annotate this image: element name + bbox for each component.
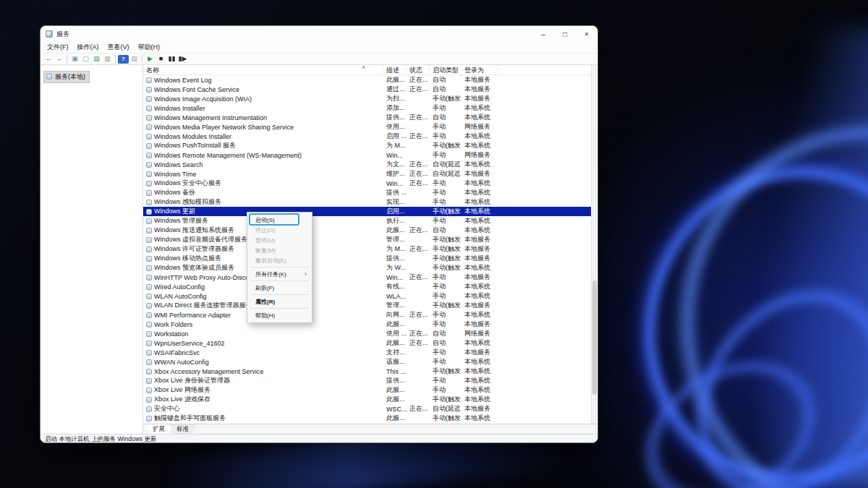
service-row[interactable]: Xbox Accessory Management ServiceThis ..…: [143, 367, 591, 376]
document-icon[interactable]: ▢: [80, 54, 91, 64]
context-menu-separator: [250, 308, 309, 309]
toolbar: ←→▣▢▤▥?▤▶■▮▮▮▶: [41, 53, 597, 65]
service-row[interactable]: Windows 管理服务执行...手动本地系统: [143, 216, 591, 226]
context-menu: 启动(S)停止(O)暂停(U)恢复(M)重新启动(E)所有任务(K)›刷新(F)…: [247, 212, 312, 323]
service-row[interactable]: Windows 感知模拟服务实现...手动本地系统: [143, 197, 591, 207]
service-row[interactable]: Windows Installer添加...手动本地系统: [143, 103, 591, 113]
wallpaper-bloom-ring: [605, 198, 868, 488]
service-row[interactable]: Windows Image Acquisition (WIA)为扫...手动(触…: [143, 94, 591, 103]
service-row[interactable]: Windows Search为文...正在...自动(延迟...本地系统: [143, 160, 591, 169]
service-row[interactable]: WinHTTP Web Proxy Auto-Discovery Service…: [143, 273, 591, 282]
column-header-3[interactable]: 启动类型: [430, 65, 461, 74]
service-row[interactable]: WSAIFabricSvc支持...手动本地服务: [143, 348, 591, 357]
menu-help[interactable]: 帮助(H): [134, 43, 165, 52]
column-header-row: ∧ 名称描述状态启动类型登录为: [143, 65, 597, 75]
service-desc-cell: 向网...: [383, 310, 407, 320]
service-row[interactable]: Windows PushToInstall 服务为 M...手动(触发...本地…: [143, 141, 591, 150]
service-row[interactable]: Windows Modules Installer启用 ...正在...手动本地…: [143, 132, 591, 141]
tree-item-services-local[interactable]: 服务(本地): [43, 71, 90, 83]
export-icon[interactable]: ▤: [91, 54, 102, 64]
export-list-icon[interactable]: ▥: [102, 54, 113, 64]
pause-service-icon[interactable]: ▮▮: [166, 54, 177, 64]
service-row[interactable]: Windows 更新启用...手动(触发...本地系统: [143, 207, 591, 216]
service-row[interactable]: Xbox Live 游戏保存此服...手动(触发...本地系统: [143, 395, 591, 404]
service-gear-icon: [146, 228, 152, 234]
service-gear-icon: [146, 331, 152, 337]
service-row[interactable]: Windows 安全中心服务Win...正在...手动本地系统: [143, 179, 591, 188]
show-console-tree-icon[interactable]: ▣: [69, 54, 80, 64]
vertical-scrollbar[interactable]: [591, 65, 597, 424]
wallpaper-edge-light: [767, 29, 868, 488]
back-icon[interactable]: ←: [43, 54, 54, 64]
service-startup-cell: 自动: [430, 226, 461, 235]
context-menu-item-start[interactable]: 启动(S): [247, 215, 312, 225]
close-button[interactable]: ×: [576, 26, 597, 42]
service-row[interactable]: WLAN Direct 服务连接管理器服务管理...手动(触发...本地服务: [143, 301, 591, 310]
stop-service-icon[interactable]: ■: [156, 54, 166, 64]
service-logon-cell: 本地系统: [461, 160, 498, 169]
column-header-0[interactable]: 名称: [143, 65, 383, 74]
minimize-button[interactable]: –: [532, 26, 554, 42]
service-name-cell: Windows Media Player Network Sharing Ser…: [143, 124, 383, 131]
service-startup-cell: 手动: [430, 348, 461, 357]
service-row[interactable]: Windows 虚拟音频设备代理服务管理...手动(触发...本地服务: [143, 235, 591, 244]
service-name-cell: Windows Management Instrumentation: [143, 114, 383, 121]
context-menu-item-properties[interactable]: 属性(R): [247, 296, 312, 307]
service-logon-cell: 本地系统: [461, 376, 498, 385]
service-row[interactable]: Xbox Live 身份验证管理器提供...手动本地系统: [143, 376, 591, 385]
service-row[interactable]: Windows Remote Management (WS-Management…: [143, 150, 591, 160]
service-logon-cell: 本地系统: [461, 141, 498, 150]
help-icon[interactable]: ?: [118, 55, 129, 64]
service-row[interactable]: Windows 预览体验成员服务为 W...手动(触发...本地系统: [143, 263, 591, 273]
service-gear-icon: [146, 106, 152, 111]
scrollbar-thumb[interactable]: [592, 281, 597, 395]
column-header-1[interactable]: 描述: [383, 65, 407, 74]
tab-standard[interactable]: 标准: [169, 424, 196, 434]
context-menu-item-all-tasks[interactable]: 所有任务(K)›: [247, 269, 312, 279]
service-row[interactable]: Workstation使用 ...正在...自动网络服务: [143, 329, 591, 338]
forward-icon[interactable]: →: [54, 54, 64, 64]
menu-file[interactable]: 文件(F): [43, 43, 73, 52]
context-menu-item-help[interactable]: 帮助(H): [247, 310, 312, 320]
service-row[interactable]: Windows Management Instrumentation提供...正…: [143, 113, 591, 122]
service-name-cell: Windows Installer: [143, 105, 383, 112]
service-row[interactable]: WWAN AutoConfig该服...手动本地系统: [143, 357, 591, 367]
context-menu-item-refresh[interactable]: 刷新(F): [247, 283, 312, 293]
service-gear-icon: [146, 162, 152, 168]
service-row[interactable]: WMI Performance Adapter向网...正在...手动本地系统: [143, 310, 591, 320]
service-name-cell: Windows Event Log: [143, 77, 383, 84]
service-row[interactable]: Windows 许可证管理器服务为 M...正在...手动(触发...本地服务: [143, 244, 591, 254]
service-row[interactable]: WpnUserService_41602此服...正在...自动本地系统: [143, 338, 591, 348]
service-row[interactable]: Wired AutoConfig有线...手动本地系统: [143, 282, 591, 291]
column-header-2[interactable]: 状态: [407, 65, 430, 74]
service-row[interactable]: Windows Media Player Network Sharing Ser…: [143, 122, 591, 132]
service-row[interactable]: 安全中心WSC...正在...自动(延迟...本地服务: [143, 404, 591, 414]
service-row[interactable]: Windows Font Cache Service通过...正在...自动本地…: [143, 85, 591, 94]
tab-extended[interactable]: 扩展: [145, 424, 172, 434]
service-row[interactable]: WLAN AutoConfigWLA...手动本地系统: [143, 291, 591, 301]
service-row[interactable]: Work Folders此服...手动本地服务: [143, 320, 591, 329]
service-row[interactable]: Windows 推送通知系统服务此服...正在...自动本地系统: [143, 226, 591, 235]
service-row[interactable]: Windows Event Log此服...正在...自动本地服务: [143, 75, 591, 85]
service-gear-icon: [146, 322, 152, 328]
service-logon-cell: 本地服务: [461, 301, 498, 310]
restart-service-icon[interactable]: ▮▶: [177, 54, 188, 64]
service-startup-cell: 手动: [430, 179, 461, 188]
menu-view[interactable]: 查看(V): [103, 43, 134, 52]
service-startup-cell: 自动: [430, 75, 461, 85]
service-row[interactable]: Windows 备份提供 ...手动本地系统: [143, 188, 591, 197]
maximize-button[interactable]: □: [554, 26, 576, 42]
service-row[interactable]: Windows 移动热点服务提供...手动(触发...本地服务: [143, 254, 591, 263]
service-startup-cell: 手动(触发...: [430, 395, 461, 404]
sort-ascending-icon: ∧: [362, 65, 365, 70]
menu-action[interactable]: 操作(A): [73, 43, 103, 52]
list-view-icon[interactable]: ▤: [129, 54, 140, 64]
service-gear-icon: [146, 171, 152, 177]
service-row[interactable]: 触摸键盘和手写面板服务此服...手动(触发...本地系统: [143, 414, 591, 423]
service-row[interactable]: Windows Time维护...正在...自动(延迟...本地服务: [143, 169, 591, 179]
service-desc-cell: 此服...: [383, 385, 407, 395]
service-name-cell: Xbox Live 游戏保存: [143, 395, 383, 404]
service-row[interactable]: Xbox Live 网络服务此服...手动本地系统: [143, 385, 591, 395]
column-header-4[interactable]: 登录为: [461, 65, 498, 74]
start-service-icon[interactable]: ▶: [145, 54, 156, 64]
